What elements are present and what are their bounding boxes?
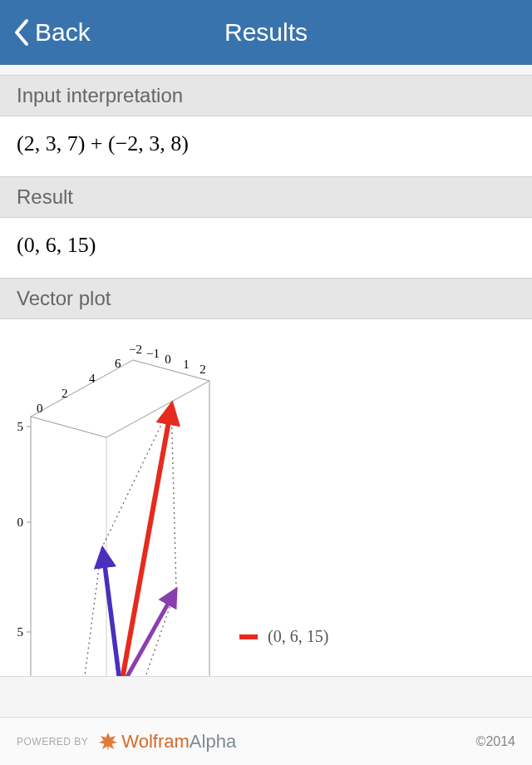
brand-alpha: Alpha — [190, 731, 236, 753]
section-header-result: Result — [0, 176, 532, 218]
results-content: Input interpretation (2, 3, 7) + (−2, 3,… — [0, 65, 532, 677]
section-header-input: Input interpretation — [0, 75, 532, 116]
brand-wolfram: Wolfram — [121, 731, 190, 753]
footer: POWERED BY WolframAlpha ©2014 — [0, 717, 532, 765]
back-button[interactable]: Back — [12, 17, 91, 47]
powered-by-label: POWERED BY — [17, 736, 88, 748]
back-label: Back — [35, 18, 91, 47]
svg-text:0: 0 — [165, 353, 171, 366]
legend-label: (0, 6, 15) — [268, 627, 328, 646]
section-header-vector-plot: Vector plot — [0, 278, 532, 319]
svg-text:4: 4 — [89, 372, 96, 385]
chevron-left-icon — [12, 17, 30, 47]
vector-plot: −2 −1 0 1 2 0 2 4 6 15 10 5 — [0, 319, 532, 677]
svg-text:6: 6 — [115, 357, 121, 370]
svg-line-1 — [133, 360, 209, 381]
plot-legend: (0, 6, 15) — [239, 627, 328, 646]
svg-text:10: 10 — [17, 516, 23, 529]
svg-line-3 — [31, 417, 106, 437]
svg-text:1: 1 — [183, 358, 190, 371]
svg-text:15: 15 — [17, 420, 23, 433]
svg-line-24 — [83, 549, 101, 677]
copyright-label: ©2014 — [476, 734, 515, 749]
app-header: Back Results — [0, 0, 532, 65]
svg-text:0: 0 — [37, 402, 43, 415]
svg-marker-26 — [99, 733, 117, 751]
svg-text:2: 2 — [62, 387, 68, 400]
vector-sum — [121, 407, 171, 677]
wolfram-spikey-icon — [98, 732, 118, 752]
result-body: (0, 6, 15) — [0, 218, 532, 278]
svg-line-2 — [106, 381, 209, 437]
vector-v1 — [103, 552, 121, 677]
vector-plot-svg: −2 −1 0 1 2 0 2 4 6 15 10 5 — [17, 331, 233, 677]
svg-text:2: 2 — [200, 363, 206, 376]
input-interpretation-body: (2, 3, 7) + (−2, 3, 8) — [0, 116, 532, 176]
svg-text:−1: −1 — [146, 347, 160, 360]
wolframalpha-logo[interactable]: WolframAlpha — [95, 731, 236, 753]
svg-text:−2: −2 — [129, 343, 142, 356]
legend-swatch-icon — [239, 634, 258, 639]
page-title: Results — [224, 18, 308, 47]
svg-text:5: 5 — [17, 625, 24, 639]
svg-line-23 — [171, 404, 176, 589]
